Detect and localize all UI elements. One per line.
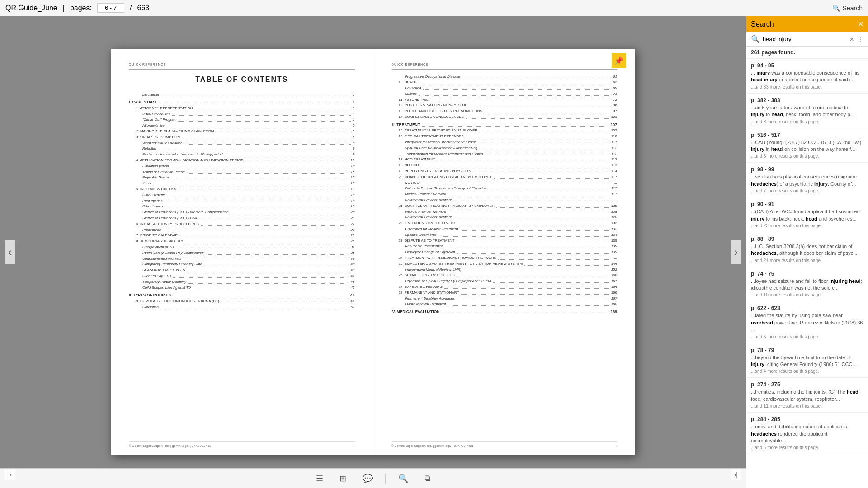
search-close-button[interactable]: ✕ <box>858 20 863 28</box>
search-result-item[interactable]: p. 94 - 95... injury was a compensable c… <box>746 59 868 94</box>
toc-entry: Causation57 <box>129 305 355 310</box>
toc-page: 117 <box>611 186 617 192</box>
toc-entry: Order to Pay TTD44 <box>129 273 355 279</box>
last-page-button[interactable]: ›| <box>731 469 741 480</box>
toc-page: 166 <box>611 290 617 296</box>
right-footer-text: © Gemini Legal Support, Inc. | gemini.le… <box>392 444 474 449</box>
toc-label: Failure to Provide Treatment - Change of… <box>405 186 487 192</box>
toc-entry: Employee Change of Physician139 <box>392 249 618 255</box>
toc-entry: Reynolds Notice15 <box>129 175 355 181</box>
toc-page: 144 <box>611 261 617 267</box>
toc-label: Undocumented Workers <box>142 256 181 262</box>
toc-page: 19 <box>351 198 355 204</box>
search-button[interactable]: 🔍 Search <box>832 5 863 12</box>
search-result-item[interactable]: p. 78 - 79...beyond the 5year time limit… <box>746 343 868 378</box>
result-pages: p. 516 - 517 <box>751 132 863 138</box>
bottom-toolbar: ☰ ⊞ 💬 🔍 ⧉ <box>0 468 746 488</box>
toc-page: 39 <box>351 256 355 262</box>
toc-label: SEASONAL EMPLOYEES <box>142 267 185 273</box>
toc-entry: Spousal Care Reimbursement/Housekeeping1… <box>392 145 618 151</box>
layout-button[interactable]: ⧉ <box>421 472 434 485</box>
toc-label: Prior injuries <box>142 198 162 204</box>
toc-entry: Failure to Provide Treatment - Change of… <box>392 186 618 192</box>
toc-entry: 3. 90-DAY PRESUMPTION5 <box>129 135 355 141</box>
toc-label: 25. EMPLOYER DISPUTES TREATMENT - UTILIZ… <box>399 261 523 267</box>
toc-entry: Causation69 <box>392 85 618 91</box>
toc-entry: 9. CUMULATIVE OR CONTINUOUS TRAUMA (CT)4… <box>129 299 355 305</box>
toc-entry: Other Issues19 <box>129 204 355 210</box>
toc-page: 19 <box>351 187 355 192</box>
toc-page: 10 <box>351 158 355 164</box>
toc-page: 18 <box>351 181 355 187</box>
toc-entry: Rebuttable Presumption139 <box>392 244 618 249</box>
prev-page-button[interactable]: ‹ <box>5 240 15 264</box>
search-result-item[interactable]: p. 274 - 275...tremities, including the … <box>746 378 868 413</box>
toc-label: Objection To Spinal Surgery By Employer … <box>405 278 491 284</box>
toc-entry: 27. EXPEDITED HEARING164 <box>392 284 618 290</box>
comments-button[interactable]: 💬 <box>359 472 376 485</box>
zoom-button[interactable]: 🔍 <box>395 472 412 485</box>
search-result-item[interactable]: p. 74 - 75...loyee had seizure and fell … <box>746 267 868 302</box>
toc-page: 69 <box>613 85 617 91</box>
left-page-title: TABLE OF CONTENTS <box>129 74 355 85</box>
results-summary: 261 pages found. <box>746 47 868 59</box>
search-options-button[interactable]: ⋮ <box>857 36 863 43</box>
toc-label: Statute of Limitations (SOL) - Workers' … <box>142 210 229 216</box>
search-result-item[interactable]: p. 90 - 91...(CAB) After WCJ found appli… <box>746 197 868 232</box>
toolbar-separator <box>385 473 386 484</box>
toc-entry: Procedures22 <box>129 227 355 233</box>
toc-page: 103 <box>611 114 617 120</box>
toc-page: 62 <box>613 80 617 85</box>
search-result-item[interactable]: p. 98 - 99...se also bars physical conse… <box>746 163 868 197</box>
toc-page: 45 <box>351 285 355 291</box>
toc-page: 5 <box>353 135 354 141</box>
toc-entry: I. CASE START1 <box>129 99 355 106</box>
toc-label: 5. INTERVIEW CHECKS <box>136 187 176 192</box>
search-result-item[interactable]: p. 382 - 383...an 5 years after award of… <box>746 94 868 128</box>
toc-label: 26. SPINAL SURGERY DISPUTES <box>399 272 455 278</box>
toc-page: 22 <box>351 227 355 233</box>
toc-label: Medical Provider Network <box>405 192 446 197</box>
search-result-item[interactable]: p. 88 - 89...L.C. Section 3208.3(h) does… <box>746 232 868 267</box>
result-more: ...and 5 more results on this page. <box>751 445 863 450</box>
toc-entry: Suicide71 <box>392 91 618 97</box>
toc-label: Causation <box>142 305 159 310</box>
toc-page: 152 <box>611 267 617 273</box>
right-page-header: QUICK REFERENCE <box>392 62 618 70</box>
toc-label: Order to Pay TTD <box>142 273 171 279</box>
next-page-button[interactable]: › <box>731 240 741 264</box>
search-input[interactable] <box>763 36 846 42</box>
first-page-button[interactable]: |‹ <box>5 469 15 480</box>
toc-page: 139 <box>611 238 617 244</box>
toc-label: "Carve-Out" Program <box>142 117 176 123</box>
toc-label: What constitutes denial? <box>142 141 182 146</box>
toc-entry: 18. NO HCO113 <box>392 163 618 169</box>
toc-page: 61 <box>613 74 617 80</box>
toc-page: 57 <box>351 305 355 310</box>
grid-view-button[interactable]: ⊞ <box>336 472 350 485</box>
toc-label: Suicide <box>405 91 417 97</box>
toc-entry: 5. INTERVIEW CHECKS19 <box>129 187 355 192</box>
search-result-item[interactable]: p. 516 - 517...CAB (Young) (2017) 82 CCC… <box>746 128 868 163</box>
toc-page: 72 <box>613 97 617 103</box>
search-result-item[interactable]: p. 622 - 623...lated the statute by usin… <box>746 301 868 343</box>
list-view-button[interactable]: ☰ <box>312 472 327 485</box>
result-excerpt: ...se also bars physical consequences (m… <box>751 174 863 188</box>
pages-label: pages: <box>70 4 92 12</box>
page-input[interactable] <box>97 3 124 13</box>
toc-label: 28. PERMANENT AND STATIONARY <box>399 290 459 296</box>
toc-entry: 7. PRIORITY CALENDAR25 <box>129 233 355 239</box>
toc-page: 139 <box>611 244 617 249</box>
toc-page: 167 <box>611 296 617 302</box>
left-toc: Disclaimer1I. CASE START11. ATTORNEY REP… <box>129 92 355 310</box>
toc-entry: Child Support Lien Against TD45 <box>129 285 355 291</box>
toc-label: Spousal Care Reimbursement/Housekeeping <box>405 145 478 151</box>
toc-label: Independent Medical Review (IMR) <box>405 267 462 273</box>
toc-page: 43 <box>351 267 355 273</box>
clear-search-button[interactable]: ✕ <box>849 36 854 43</box>
toc-label: 7. PRIORITY CALENDAR <box>136 233 178 239</box>
toc-label: 13. POLICE AND FIRE FIGHTER PRESUMPTIONS <box>399 108 482 114</box>
toc-page: 139 <box>611 249 617 255</box>
toc-label: Evidence discovered subsequent to 90-day… <box>142 152 222 158</box>
search-result-item[interactable]: p. 284 - 285...ency, and debilitating na… <box>746 413 868 454</box>
